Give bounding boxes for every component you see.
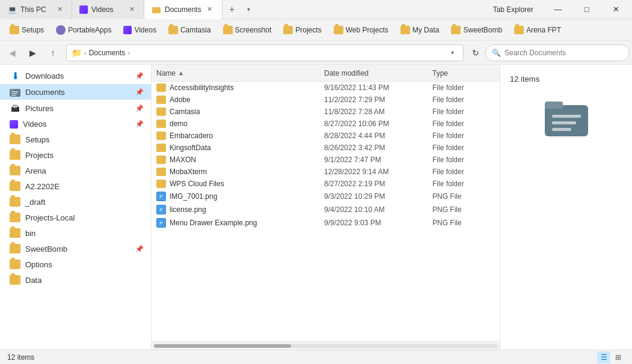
tab-videos-label: Videos bbox=[91, 5, 113, 14]
qa-projects[interactable]: Projects bbox=[278, 23, 326, 37]
sidebar-item-draft[interactable]: _draft bbox=[0, 194, 151, 210]
row-image-icon: P bbox=[156, 218, 166, 228]
filelist: Name ▲ Date modified Type AccessibilityI… bbox=[152, 65, 500, 350]
table-row[interactable]: Adobe 11/2/2022 7:29 PM File folder bbox=[152, 94, 500, 106]
qa-arena-fpt-label: Arena FPT bbox=[526, 26, 561, 34]
table-row[interactable]: MobaXterm 12/28/2022 9:14 AM File folder bbox=[152, 166, 500, 178]
table-row[interactable]: P license.png 9/4/2022 10:10 AM PNG File bbox=[152, 203, 500, 216]
arena-fpt-folder-icon bbox=[514, 26, 524, 34]
sidebar-item-a2[interactable]: A2.2202E bbox=[0, 178, 151, 194]
tab-add-button[interactable]: + bbox=[222, 0, 242, 19]
sidebar-projects-local-label: Projects-Local bbox=[25, 213, 75, 222]
horizontal-scrollbar[interactable] bbox=[152, 341, 500, 350]
table-row[interactable]: demo 8/27/2022 10:06 PM File folder bbox=[152, 118, 500, 130]
file-name-cell: AccessibilityInsights bbox=[152, 83, 319, 92]
sidebar-arena-label: Arena bbox=[25, 166, 46, 175]
svg-rect-6 bbox=[11, 95, 16, 96]
sidebar-item-sweetbomb[interactable]: SweetBomb 📌 bbox=[0, 241, 151, 256]
pictures-icon: 🏔 bbox=[10, 103, 20, 114]
tab-videos-close[interactable]: ✕ bbox=[127, 5, 137, 14]
file-type-cell: File folder bbox=[428, 108, 500, 116]
sidebar-draft-label: _draft bbox=[25, 198, 45, 207]
sidebar-item-setups[interactable]: Setups bbox=[0, 132, 151, 147]
table-row[interactable]: P IMG_7001.png 9/3/2022 10:29 PM PNG Fil… bbox=[152, 190, 500, 203]
forward-button[interactable]: ▶ bbox=[23, 43, 42, 62]
file-name-cell: KingsoftData bbox=[152, 144, 319, 152]
file-name-cell: demo bbox=[152, 120, 319, 128]
col-header-type[interactable]: Type bbox=[428, 65, 500, 81]
table-row[interactable]: Camtasia 11/8/2022 7:28 AM File folder bbox=[152, 106, 500, 118]
sidebar-item-projects-local[interactable]: Projects-Local bbox=[0, 210, 151, 225]
sidebar-item-arena[interactable]: Arena bbox=[0, 163, 151, 178]
file-name-cell: MAXON bbox=[152, 156, 319, 164]
file-name-cell: P license.png bbox=[152, 205, 319, 214]
details-view-button[interactable]: ☰ bbox=[597, 351, 610, 363]
table-row[interactable]: WPS Cloud Files 8/27/2022 2:19 PM File f… bbox=[152, 178, 500, 190]
qa-camtasia[interactable]: Camtasia bbox=[164, 23, 216, 37]
sidebar-item-data[interactable]: Data bbox=[0, 272, 151, 288]
file-date-cell: 11/2/2022 7:29 PM bbox=[319, 96, 428, 104]
qa-portableapps-label: PortableApps bbox=[68, 26, 111, 34]
file-date-cell: 8/27/2022 2:19 PM bbox=[319, 180, 428, 188]
sidebar-item-bin[interactable]: bin bbox=[0, 225, 151, 241]
qa-sweetbomb-label: SweetBomb bbox=[463, 26, 502, 34]
col-header-name[interactable]: Name ▲ bbox=[152, 65, 319, 81]
tab-videos[interactable]: Videos ✕ bbox=[72, 0, 144, 19]
tab-documents[interactable]: Documents ✕ bbox=[144, 0, 222, 19]
tab-dropdown-button[interactable]: ▾ bbox=[242, 0, 256, 19]
refresh-button[interactable]: ↻ bbox=[467, 44, 484, 61]
tab-this-pc[interactable]: 💻 This PC ✕ bbox=[0, 0, 72, 19]
statusbar: 12 items ☰ ⊞ bbox=[0, 350, 632, 364]
address-bar[interactable]: 📁 › Documents › ▾ bbox=[66, 44, 464, 61]
qa-setups[interactable]: Setups bbox=[5, 23, 49, 37]
qa-arena-fpt[interactable]: Arena FPT bbox=[509, 23, 566, 37]
col-date-label: Date modified bbox=[324, 69, 369, 77]
close-button[interactable]: ✕ bbox=[602, 0, 630, 19]
search-input[interactable] bbox=[505, 49, 623, 57]
pc-icon: 💻 bbox=[7, 5, 17, 14]
sidebar-item-pictures[interactable]: 🏔 Pictures 📌 bbox=[0, 100, 151, 117]
qa-sweetbomb[interactable]: SweetBomb bbox=[446, 23, 507, 37]
up-button[interactable]: ↑ bbox=[43, 43, 63, 62]
file-date-cell: 12/28/2022 9:14 AM bbox=[319, 168, 428, 176]
minimize-button[interactable]: — bbox=[544, 0, 572, 19]
large-icons-view-button[interactable]: ⊞ bbox=[612, 351, 625, 363]
file-date-cell: 9/4/2022 10:10 AM bbox=[319, 205, 428, 214]
svg-rect-3 bbox=[10, 89, 14, 91]
scrollbar-thumb[interactable] bbox=[154, 344, 291, 348]
search-box[interactable]: 🔍 bbox=[485, 44, 630, 61]
sidebar-item-projects[interactable]: Projects bbox=[0, 147, 151, 163]
col-header-date[interactable]: Date modified bbox=[319, 65, 428, 81]
file-name-cell: Camtasia bbox=[152, 108, 319, 116]
maximize-button[interactable]: □ bbox=[573, 0, 601, 19]
qa-screenshot[interactable]: Screenshot bbox=[218, 23, 277, 37]
tab-documents-close[interactable]: ✕ bbox=[205, 5, 215, 14]
table-row[interactable]: AccessibilityInsights 9/16/2022 11:43 PM… bbox=[152, 82, 500, 94]
file-name: WPS Cloud Files bbox=[170, 180, 224, 188]
bin-sidebar-folder-icon bbox=[10, 228, 20, 238]
sweetbomb-qa-folder-icon bbox=[451, 26, 461, 34]
table-row[interactable]: KingsoftData 8/26/2022 3:42 PM File fold… bbox=[152, 142, 500, 154]
qa-videos-qa[interactable]: Videos bbox=[118, 23, 161, 37]
file-name-cell: P Menu Drawer Example.png bbox=[152, 218, 319, 228]
qa-my-data[interactable]: My Data bbox=[396, 23, 444, 37]
file-type-cell: PNG File bbox=[428, 219, 500, 227]
file-date-cell: 9/3/2022 10:29 PM bbox=[319, 192, 428, 201]
sidebar-pictures-label: Pictures bbox=[25, 104, 54, 113]
tab-this-pc-close[interactable]: ✕ bbox=[55, 5, 64, 14]
breadcrumb-documents[interactable]: Documents bbox=[89, 49, 126, 57]
sidebar-item-options[interactable]: Options bbox=[0, 256, 151, 272]
back-button[interactable]: ◀ bbox=[2, 43, 22, 62]
address-dropdown-button[interactable]: ▾ bbox=[446, 49, 458, 56]
table-row[interactable]: Embarcadero 8/28/2022 4:44 PM File folde… bbox=[152, 130, 500, 142]
detail-item-count: 12 items bbox=[510, 74, 539, 83]
sidebar-item-documents[interactable]: Documents 📌 bbox=[0, 84, 151, 100]
docs-sidebar-icon bbox=[10, 87, 20, 97]
qa-screenshot-label: Screenshot bbox=[235, 26, 272, 34]
sidebar-item-downloads[interactable]: ⬇ Downloads 📌 bbox=[0, 67, 151, 84]
table-row[interactable]: P Menu Drawer Example.png 9/9/2022 9:03 … bbox=[152, 216, 500, 229]
qa-portableapps[interactable]: PortableApps bbox=[51, 23, 116, 37]
table-row[interactable]: MAXON 9/1/2022 7:47 PM File folder bbox=[152, 154, 500, 166]
sidebar-item-videos[interactable]: Videos 📌 bbox=[0, 117, 151, 132]
qa-web-projects[interactable]: Web Projects bbox=[329, 23, 393, 37]
